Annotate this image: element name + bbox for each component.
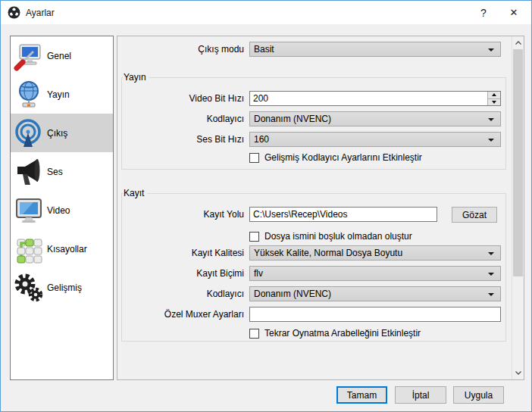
muxer-settings-input[interactable]: [249, 307, 501, 322]
video-bitrate-spinbox: [249, 91, 501, 106]
advanced-gears-icon: [11, 273, 47, 303]
chevron-down-icon: [488, 139, 494, 142]
filename-no-space-checkbox[interactable]: Dosya ismini boşluk olmadan oluştur: [249, 229, 412, 244]
audio-speaker-icon: [11, 157, 47, 187]
close-button[interactable]: ✕: [501, 1, 527, 24]
spin-up-button[interactable]: [487, 92, 500, 98]
help-button[interactable]: ?: [471, 1, 496, 24]
window-title: Ayarlar: [26, 8, 55, 18]
muxer-settings-label: Özel Muxer Ayarları: [123, 307, 249, 322]
chevron-down-icon: [488, 252, 494, 255]
sidebar-item-label: Video: [47, 205, 70, 216]
scroll-up-button[interactable]: [512, 36, 524, 49]
scrollbar-thumb[interactable]: [513, 49, 523, 276]
checkbox-box[interactable]: [249, 232, 259, 242]
sidebar-item-kisayollar[interactable]: Kısayollar: [11, 229, 113, 268]
record-group-title: Kayıt: [123, 188, 147, 198]
scroll-down-button[interactable]: [512, 367, 524, 379]
chevron-down-icon: [488, 293, 494, 296]
obs-logo-icon: [8, 6, 20, 19]
audio-bitrate-dropdown[interactable]: 160: [249, 132, 501, 147]
video-monitor-icon: [11, 195, 47, 226]
audio-bitrate-label: Ses Bit Hızı: [123, 132, 249, 147]
record-encoder-label: Kodlayıcı: [123, 286, 249, 301]
chevron-down-icon: [515, 371, 521, 375]
sidebar-item-label: Yayın: [47, 89, 70, 100]
settings-category-list: Genel Yayın: [10, 36, 114, 380]
record-encoder-dropdown[interactable]: Donanım (NVENC): [249, 286, 501, 301]
sidebar-item-gelismis[interactable]: Gelişmiş: [11, 268, 113, 307]
cancel-button[interactable]: İptal: [395, 386, 446, 404]
output-mode-dropdown[interactable]: Basit: [249, 42, 501, 57]
browse-button[interactable]: Gözat: [452, 207, 497, 223]
advanced-encoder-checkbox[interactable]: Gelişmiş Kodlayıcı Ayarlarını Etkinleşti…: [249, 150, 422, 165]
stream-encoder-label: Kodlayıcı: [123, 111, 249, 126]
sidebar-item-yayin[interactable]: Yayın: [11, 75, 113, 114]
arrow-down-icon: [492, 101, 496, 104]
general-settings-icon: [11, 41, 47, 71]
settings-window: Ayarlar ? ✕ Genel: [0, 0, 532, 412]
checkbox-box[interactable]: [249, 329, 259, 339]
spin-down-button[interactable]: [487, 98, 500, 106]
titlebar: Ayarlar ? ✕: [1, 1, 531, 24]
record-format-dropdown[interactable]: flv: [249, 266, 501, 281]
record-quality-dropdown[interactable]: Yüksek Kalite, Normal Dosya Boyutu: [249, 245, 501, 261]
arrow-up-icon: [492, 93, 496, 96]
ok-button[interactable]: Tamam: [336, 386, 387, 404]
record-quality-label: Kayıt Kalitesi: [123, 245, 249, 261]
sidebar-item-video[interactable]: Video: [11, 191, 113, 229]
checkbox-box[interactable]: [249, 153, 259, 163]
output-broadcast-icon: [11, 118, 47, 148]
replay-buffer-checkbox[interactable]: Tekrar Oynatma Arabelleğini Etkinleştir: [249, 326, 421, 341]
apply-button[interactable]: Uygula: [453, 386, 504, 404]
stream-globe-icon: [11, 80, 47, 110]
stream-encoder-dropdown[interactable]: Donanım (NVENC): [249, 111, 501, 126]
sidebar-item-label: Kısayollar: [47, 244, 87, 254]
stream-group-title: Yayın: [123, 72, 149, 83]
vertical-scrollbar[interactable]: [512, 36, 524, 379]
chevron-up-icon: [515, 41, 521, 45]
chevron-down-icon: [488, 118, 494, 121]
video-bitrate-label: Video Bit Hızı: [123, 91, 249, 106]
sidebar-item-label: Çıkış: [47, 128, 67, 139]
sidebar-item-label: Gelişmiş: [47, 282, 82, 293]
record-path-input[interactable]: [249, 207, 437, 222]
sidebar-item-ses[interactable]: Ses: [11, 152, 113, 191]
output-mode-label: Çıkış modu: [123, 42, 249, 57]
sidebar-item-label: Genel: [47, 51, 71, 61]
sidebar-item-label: Ses: [47, 167, 63, 177]
record-path-label: Kayıt Yolu: [123, 207, 249, 222]
settings-panel: Yayın Kayıt Çıkış modu Basit Video Bit H…: [117, 36, 524, 380]
video-bitrate-input[interactable]: [250, 92, 487, 105]
sidebar-item-genel[interactable]: Genel: [11, 36, 113, 75]
record-format-label: Kayıt Biçimi: [123, 266, 249, 281]
chevron-down-icon: [488, 48, 494, 52]
sidebar-item-cikis[interactable]: Çıkış: [11, 114, 113, 152]
chevron-down-icon: [488, 273, 494, 276]
hotkeys-keyboard-icon: [11, 234, 47, 264]
